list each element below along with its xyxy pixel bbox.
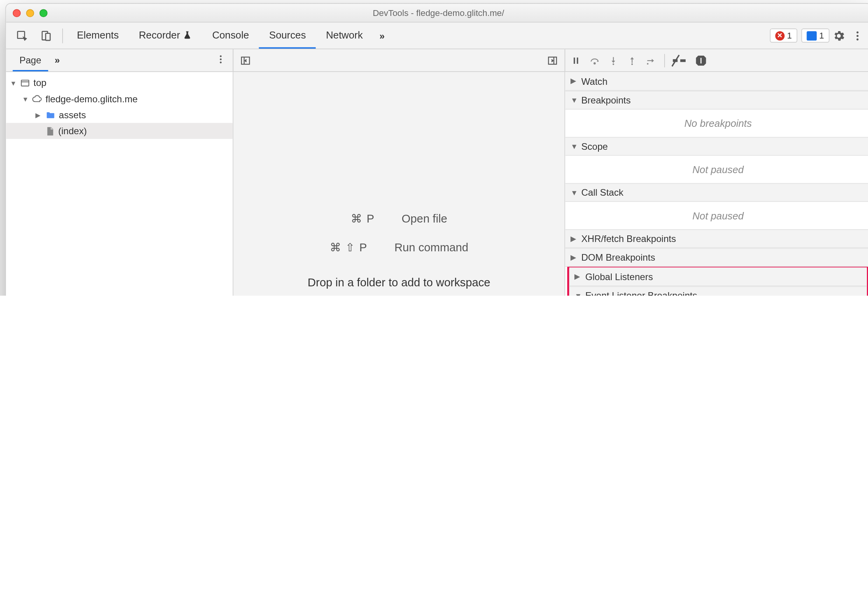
message-icon: [807, 31, 817, 40]
inspect-element-icon[interactable]: [13, 26, 32, 45]
tab-elements[interactable]: Elements: [67, 23, 129, 49]
open-file-label: Open file: [402, 212, 447, 226]
svg-point-6: [220, 55, 222, 57]
cloud-icon: [32, 94, 42, 104]
workspace-drop-hint: Drop in a folder to add to workspace: [308, 276, 490, 289]
tree-node-folder[interactable]: ▶ assets: [6, 107, 233, 123]
tab-network[interactable]: Network: [316, 23, 373, 49]
tab-sources[interactable]: Sources: [259, 23, 316, 49]
section-event-listener-breakpoints[interactable]: ▼Event Listener Breakpoints: [569, 286, 867, 296]
breakpoints-empty: No breakpoints: [565, 114, 868, 133]
svg-rect-14: [577, 57, 578, 63]
svg-rect-19: [700, 58, 702, 63]
navigator-pane: ▼ top ▼ fledge-demo.glitch.me ▶ assets (…: [6, 72, 233, 296]
secondary-toolbar: Page »: [6, 49, 868, 72]
svg-point-7: [220, 58, 222, 60]
run-command-shortcut: ⌘ ⇧ P: [330, 241, 368, 255]
pause-on-exceptions-button[interactable]: [694, 54, 707, 67]
svg-point-18: [647, 63, 648, 64]
svg-point-3: [856, 31, 858, 33]
editor-pane: ⌘ P Open file ⌘ ⇧ P Run command Drop in …: [233, 72, 565, 296]
deactivate-breakpoints-button[interactable]: [673, 55, 686, 66]
step-into-button[interactable]: [608, 55, 619, 66]
window-title: DevTools - fledge-demo.glitch.me/: [6, 8, 868, 18]
file-icon: [45, 126, 55, 136]
devtools-window: DevTools - fledge-demo.glitch.me/ Elemen…: [5, 3, 868, 296]
svg-point-15: [594, 62, 595, 63]
svg-point-16: [612, 63, 614, 65]
settings-button[interactable]: [830, 26, 848, 45]
message-count: 1: [819, 31, 824, 41]
window-icon: [20, 78, 30, 88]
step-out-button[interactable]: [627, 55, 638, 66]
folder-icon: [46, 110, 56, 120]
tabs-overflow-button[interactable]: »: [373, 30, 392, 41]
show-navigator-button[interactable]: [240, 55, 251, 66]
error-icon: ✕: [775, 31, 784, 40]
call-stack-empty: Not paused: [565, 206, 868, 225]
step-over-button[interactable]: [589, 55, 600, 66]
svg-rect-13: [574, 57, 575, 63]
svg-rect-20: [21, 80, 29, 86]
scope-empty: Not paused: [565, 160, 868, 179]
section-call-stack[interactable]: ▼Call Stack: [565, 183, 868, 202]
svg-point-17: [631, 63, 633, 65]
main-menu-button[interactable]: [848, 26, 867, 45]
open-file-shortcut: ⌘ P: [351, 212, 375, 226]
tab-recorder[interactable]: Recorder: [129, 23, 202, 49]
titlebar: DevTools - fledge-demo.glitch.me/: [6, 4, 868, 23]
debugger-pane: ▶Watch ▼Breakpoints No breakpoints ▼Scop…: [565, 72, 868, 296]
main-toolbar: Elements Recorder Console Sources Networ…: [6, 23, 868, 49]
event-listener-highlight: ▶Global Listeners ▼Event Listener Breakp…: [567, 267, 868, 296]
navigator-menu-button[interactable]: [215, 54, 226, 67]
svg-rect-2: [46, 33, 50, 40]
step-button[interactable]: [646, 55, 656, 66]
panel-tabs: Elements Recorder Console Sources Networ…: [67, 23, 391, 49]
svg-point-4: [856, 35, 858, 37]
messages-pill[interactable]: 1: [801, 28, 830, 42]
section-xhr-breakpoints[interactable]: ▶XHR/fetch Breakpoints: [565, 229, 868, 248]
tree-node-top[interactable]: ▼ top: [6, 75, 233, 91]
device-toolbar-icon[interactable]: [37, 26, 56, 45]
error-count: 1: [787, 31, 792, 41]
errors-pill[interactable]: ✕ 1: [770, 28, 797, 42]
pause-button[interactable]: [570, 55, 581, 66]
run-command-label: Run command: [394, 241, 468, 254]
navigator-tab-page[interactable]: Page: [13, 49, 48, 72]
section-watch[interactable]: ▶Watch: [565, 72, 868, 91]
tree-node-origin[interactable]: ▼ fledge-demo.glitch.me: [6, 91, 233, 107]
tree-node-index[interactable]: (index): [6, 123, 233, 139]
tab-console[interactable]: Console: [202, 23, 259, 49]
svg-point-8: [220, 61, 222, 63]
section-global-listeners[interactable]: ▶Global Listeners: [569, 267, 867, 286]
navigator-tabs-overflow[interactable]: »: [48, 49, 66, 72]
svg-point-5: [856, 38, 858, 40]
show-debugger-button[interactable]: [547, 55, 558, 66]
section-scope[interactable]: ▼Scope: [565, 137, 868, 156]
section-dom-breakpoints[interactable]: ▶DOM Breakpoints: [565, 248, 868, 267]
section-breakpoints[interactable]: ▼Breakpoints: [565, 91, 868, 109]
